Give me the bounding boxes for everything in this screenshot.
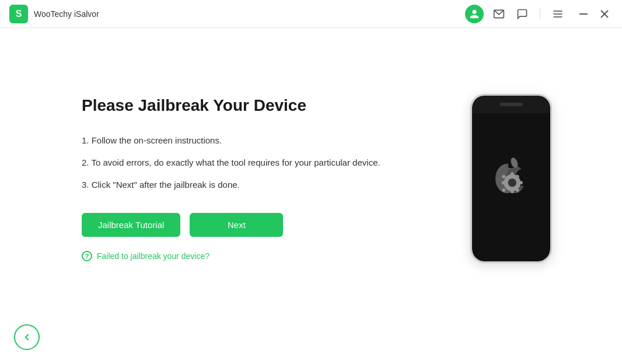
buttons-row: Jailbreak Tutorial Next <box>82 213 408 237</box>
apple-gear-svg <box>485 152 537 205</box>
svg-point-13 <box>508 178 516 187</box>
main-content: Please Jailbreak Your Device Follow the … <box>0 28 622 329</box>
right-section <box>470 94 552 263</box>
phone-top-bar <box>472 96 550 113</box>
instruction-2: To avoid errors, do exactly what the too… <box>82 156 408 170</box>
titlebar-left: S WooTechy iSalvor <box>9 5 99 23</box>
back-button[interactable] <box>14 324 40 350</box>
page-heading: Please Jailbreak Your Device <box>82 96 408 115</box>
app-logo: S <box>9 5 28 23</box>
window-controls <box>575 6 613 22</box>
chat-icon[interactable] <box>514 6 530 22</box>
close-button[interactable] <box>596 6 613 22</box>
svg-rect-16 <box>502 181 506 184</box>
fail-link[interactable]: ? Failed to jailbreak your device? <box>82 251 408 261</box>
left-section: Please Jailbreak Your Device Follow the … <box>82 96 408 261</box>
next-button[interactable]: Next <box>190 213 283 237</box>
titlebar: S WooTechy iSalvor <box>0 0 622 28</box>
app-title: WooTechy iSalvor <box>34 9 99 19</box>
svg-rect-14 <box>511 172 513 176</box>
svg-rect-15 <box>511 189 513 193</box>
minimize-button[interactable] <box>575 6 592 22</box>
phone-illustration <box>470 94 552 263</box>
phone-screen <box>472 96 550 261</box>
titlebar-right <box>465 5 613 23</box>
svg-rect-17 <box>519 181 523 184</box>
jailbreak-tutorial-button[interactable]: Jailbreak Tutorial <box>82 213 180 237</box>
help-icon: ? <box>82 251 92 261</box>
titlebar-divider <box>540 8 540 20</box>
account-icon[interactable] <box>465 5 484 23</box>
instructions-list: Follow the on-screen instructions. To av… <box>82 134 408 192</box>
menu-icon[interactable] <box>550 6 566 22</box>
instruction-1: Follow the on-screen instructions. <box>82 134 408 148</box>
mail-icon[interactable] <box>491 6 507 22</box>
phone-notch-pill <box>499 103 523 106</box>
fail-link-text: Failed to jailbreak your device? <box>97 251 209 261</box>
instruction-3: Click "Next" after the jailbreak is done… <box>82 178 408 192</box>
